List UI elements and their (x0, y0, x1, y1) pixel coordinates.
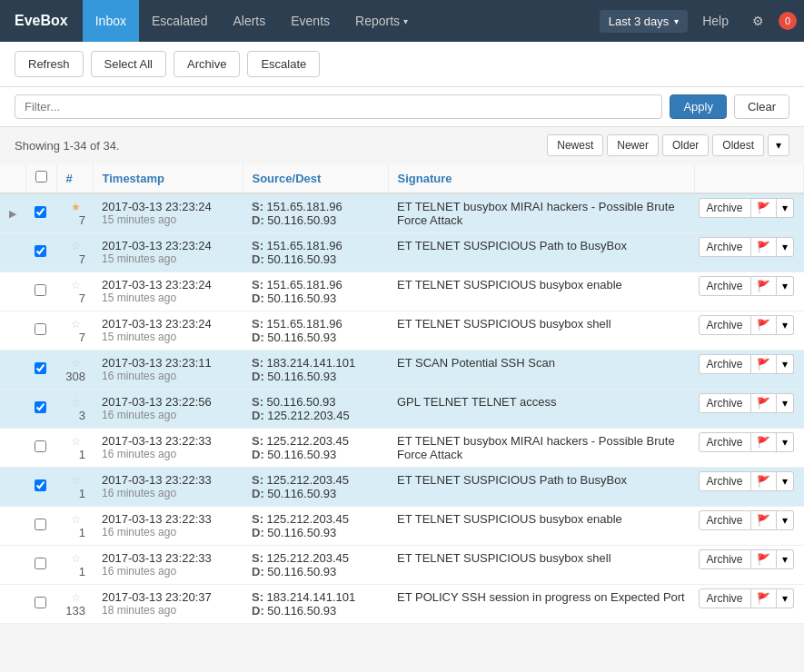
row-checkbox[interactable] (35, 479, 46, 491)
archive-row-button[interactable]: Archive (699, 510, 751, 530)
archive-row-button[interactable]: Archive (699, 198, 751, 218)
archive-button[interactable]: Archive (174, 51, 240, 77)
select-all-checkbox[interactable] (35, 171, 47, 183)
action-icon-button[interactable]: 🚩 (751, 549, 777, 569)
row-checkbox[interactable] (35, 323, 46, 335)
action-dropdown-button[interactable]: ▾ (777, 549, 794, 569)
action-icon-button[interactable]: 🚩 (751, 432, 777, 452)
row-checkbox-cell[interactable] (25, 546, 56, 585)
row-checkbox[interactable] (35, 440, 46, 452)
star-icon[interactable]: ☆ (65, 279, 85, 292)
nav-escalated[interactable]: Escalated (139, 0, 220, 42)
row-checkbox-cell[interactable] (25, 272, 56, 311)
archive-row-button[interactable]: Archive (699, 315, 751, 335)
action-dropdown-button[interactable]: ▾ (777, 471, 794, 491)
action-icon-button[interactable]: 🚩 (751, 510, 777, 530)
pg-oldest[interactable]: Oldest (712, 134, 764, 156)
action-icon-button[interactable]: 🚩 (751, 276, 777, 296)
row-expand-cell[interactable] (0, 546, 25, 585)
action-dropdown-button[interactable]: ▾ (777, 354, 794, 374)
row-checkbox[interactable] (35, 362, 46, 374)
refresh-button[interactable]: Refresh (15, 51, 84, 77)
action-dropdown-button[interactable]: ▾ (777, 198, 794, 218)
star-icon[interactable]: ☆ (65, 357, 85, 370)
row-expand-cell[interactable] (0, 390, 25, 429)
pg-older[interactable]: Older (662, 134, 709, 156)
nav-alerts[interactable]: Alerts (220, 0, 278, 42)
action-icon-button[interactable]: 🚩 (751, 354, 777, 374)
row-checkbox-cell[interactable] (25, 468, 56, 507)
pg-newer[interactable]: Newer (607, 134, 659, 156)
col-srcdst-header[interactable]: Source/Dest (243, 163, 388, 193)
row-checkbox[interactable] (35, 245, 46, 257)
action-icon-button[interactable]: 🚩 (751, 471, 777, 491)
action-dropdown-button[interactable]: ▾ (777, 237, 794, 257)
row-checkbox-cell[interactable] (25, 390, 56, 429)
row-expand-cell[interactable] (0, 585, 25, 624)
archive-row-button[interactable]: Archive (699, 393, 751, 413)
row-checkbox-cell[interactable] (25, 233, 56, 272)
row-expand-cell[interactable]: ▶ (0, 193, 25, 233)
row-expand-cell[interactable] (0, 351, 25, 390)
nav-inbox[interactable]: Inbox (83, 0, 139, 42)
row-expand-cell[interactable] (0, 507, 25, 546)
action-icon-button[interactable]: 🚩 (751, 315, 777, 335)
action-dropdown-button[interactable]: ▾ (777, 276, 794, 296)
row-expand-cell[interactable] (0, 272, 25, 311)
row-checkbox[interactable] (35, 284, 46, 296)
archive-row-button[interactable]: Archive (699, 549, 751, 569)
row-checkbox-cell[interactable] (25, 507, 56, 546)
settings-icon[interactable]: ⚙ (743, 10, 773, 32)
row-checkbox[interactable] (35, 206, 46, 218)
col-sig-header[interactable]: Signature (388, 163, 695, 193)
archive-row-button[interactable]: Archive (699, 276, 751, 296)
action-icon-button[interactable]: 🚩 (751, 393, 777, 413)
row-expand-cell[interactable] (0, 429, 25, 468)
star-icon[interactable]: ☆ (65, 552, 85, 565)
row-checkbox-cell[interactable] (25, 585, 56, 624)
action-dropdown-button[interactable]: ▾ (777, 315, 794, 335)
pg-more-button[interactable]: ▾ (768, 134, 789, 156)
row-expand-cell[interactable] (0, 468, 25, 507)
clear-button[interactable]: Clear (734, 94, 789, 119)
archive-row-button[interactable]: Archive (699, 471, 751, 491)
escalate-button[interactable]: Escalate (247, 51, 320, 77)
row-checkbox[interactable] (35, 558, 46, 569)
row-expand-cell[interactable] (0, 233, 25, 272)
date-filter-button[interactable]: Last 3 days ▾ (600, 10, 689, 33)
col-timestamp-header[interactable]: Timestamp (93, 163, 243, 193)
star-icon[interactable]: ☆ (65, 318, 85, 331)
star-icon[interactable]: ☆ (65, 591, 85, 604)
row-checkbox-cell[interactable] (25, 429, 56, 468)
star-icon[interactable]: ★ (65, 201, 85, 213)
star-icon[interactable]: ☆ (65, 513, 85, 526)
row-checkbox[interactable] (35, 401, 46, 413)
help-button[interactable]: Help (693, 10, 738, 32)
archive-row-button[interactable]: Archive (699, 432, 751, 452)
action-icon-button[interactable]: 🚩 (751, 588, 777, 608)
action-dropdown-button[interactable]: ▾ (777, 510, 794, 530)
star-icon[interactable]: ☆ (65, 396, 85, 409)
filter-input[interactable] (15, 94, 662, 119)
action-dropdown-button[interactable]: ▾ (777, 588, 794, 608)
star-icon[interactable]: ☆ (65, 474, 85, 487)
star-icon[interactable]: ☆ (65, 435, 85, 448)
notification-badge[interactable]: 0 (779, 12, 797, 30)
row-expand-cell[interactable] (0, 311, 25, 351)
action-icon-button[interactable]: 🚩 (751, 198, 777, 218)
col-num-header[interactable]: # (56, 163, 93, 193)
apply-button[interactable]: Apply (670, 94, 727, 119)
row-checkbox-cell[interactable] (25, 311, 56, 351)
row-checkbox-cell[interactable] (25, 193, 56, 233)
archive-row-button[interactable]: Archive (699, 237, 751, 257)
action-dropdown-button[interactable]: ▾ (777, 432, 794, 452)
row-checkbox-cell[interactable] (25, 351, 56, 390)
archive-row-button[interactable]: Archive (699, 354, 751, 374)
select-all-button[interactable]: Select All (91, 51, 166, 77)
star-icon[interactable]: ☆ (65, 240, 85, 252)
nav-events[interactable]: Events (278, 0, 342, 42)
nav-reports[interactable]: Reports ▾ (342, 0, 421, 42)
action-dropdown-button[interactable]: ▾ (777, 393, 794, 413)
action-icon-button[interactable]: 🚩 (751, 237, 777, 257)
row-checkbox[interactable] (35, 519, 46, 530)
